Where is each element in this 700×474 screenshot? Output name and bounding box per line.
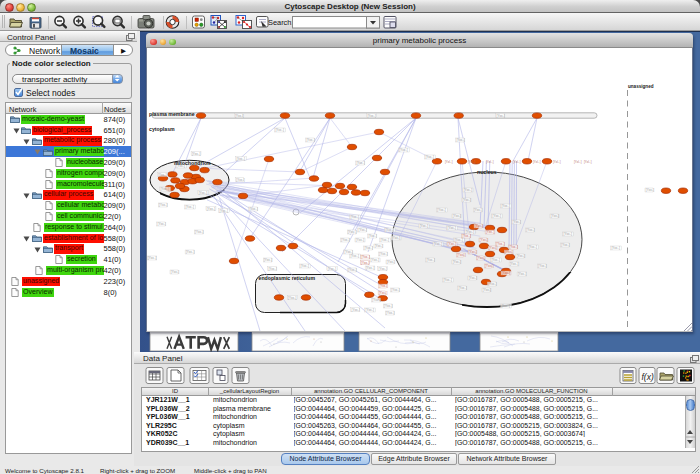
svg-text:[Yxx..]: [Yxx..] [300, 264, 309, 268]
svg-text:[Yxx..]: [Yxx..] [528, 245, 537, 249]
svg-text:[Yxl..]: [Yxl..] [445, 160, 453, 164]
svg-text:[Yxx..]: [Yxx..] [288, 296, 297, 300]
svg-text:[Yxx..]: [Yxx..] [646, 188, 655, 192]
svg-text:[Yxx..]: [Yxx..] [366, 266, 375, 270]
svg-text:[Yxx..]: [Yxx..] [276, 128, 285, 132]
svg-text:[Yxx..]: [Yxx..] [361, 261, 370, 265]
svg-text:[Yxx..]: [Yxx..] [264, 258, 273, 262]
svg-text:[Yxx..]: [Yxx..] [386, 228, 395, 232]
svg-text:[Yxx..]: [Yxx..] [486, 230, 495, 234]
svg-text:[Yxx..]: [Yxx..] [379, 291, 388, 295]
svg-text:[Yxx..]: [Yxx..] [348, 268, 357, 272]
svg-text:[Yxx..]: [Yxx..] [453, 260, 462, 264]
svg-text:[Yxx..]: [Yxx..] [192, 152, 201, 156]
svg-text:[Yxx..]: [Yxx..] [517, 254, 526, 258]
svg-text:[Yxx..]: [Yxx..] [483, 288, 492, 292]
svg-text:[Yxx..]: [Yxx..] [328, 267, 337, 271]
svg-text:[Yxx..]: [Yxx..] [456, 138, 465, 142]
svg-text:[Yxl..]: [Yxl..] [468, 160, 476, 164]
svg-text:[Yxx..]: [Yxx..] [367, 114, 376, 118]
svg-text:[Yxx..]: [Yxx..] [365, 246, 374, 250]
svg-text:[Yxx..]: [Yxx..] [356, 238, 365, 242]
svg-text:[Yxx..]: [Yxx..] [159, 203, 168, 207]
svg-text:[Yxx..]: [Yxx..] [464, 188, 473, 192]
svg-text:[Yxx..]: [Yxx..] [480, 238, 489, 242]
svg-text:[Yxx..]: [Yxx..] [502, 204, 511, 208]
svg-text:[Yxx..]: [Yxx..] [160, 187, 169, 191]
svg-text:[Yxx..]: [Yxx..] [551, 214, 560, 218]
svg-text:[Yxx..]: [Yxx..] [361, 255, 370, 259]
svg-text:[Yxl..]: [Yxl..] [486, 160, 494, 164]
svg-text:[Yxx..]: [Yxx..] [307, 138, 316, 142]
svg-text:[Yxx..]: [Yxx..] [457, 253, 466, 257]
svg-text:[Yxx..]: [Yxx..] [437, 208, 446, 212]
svg-text:[Yxx..]: [Yxx..] [459, 286, 468, 290]
svg-text:[Yxx..]: [Yxx..] [611, 246, 620, 250]
svg-text:[Yxx..]: [Yxx..] [379, 252, 388, 256]
svg-text:mitochondrion: mitochondrion [174, 160, 210, 166]
svg-text:[Yxx..]: [Yxx..] [561, 243, 570, 247]
svg-text:cytoplasm: cytoplasm [149, 126, 175, 132]
svg-text:[Yxx..]: [Yxx..] [350, 215, 359, 219]
svg-text:[Yxx..]: [Yxx..] [502, 271, 511, 275]
svg-text:[Yxx..]: [Yxx..] [372, 298, 381, 302]
svg-text:[Yxx..]: [Yxx..] [443, 278, 452, 282]
svg-text:[Yxx..]: [Yxx..] [158, 222, 167, 226]
svg-text:[Yxx..]: [Yxx..] [171, 270, 180, 274]
svg-text:[Yxx..]: [Yxx..] [235, 114, 244, 118]
svg-text:[Yxx..]: [Yxx..] [448, 226, 457, 230]
svg-text:[Yxl..]: [Yxl..] [513, 160, 521, 164]
svg-text:[Yxx..]: [Yxx..] [384, 304, 393, 308]
svg-text:[Yxx..]: [Yxx..] [359, 228, 368, 232]
svg-text:[Yxx..]: [Yxx..] [357, 161, 366, 165]
svg-text:unassigned: unassigned [628, 84, 654, 89]
svg-text:[Yxx..]: [Yxx..] [348, 230, 357, 234]
svg-text:[Yxx..]: [Yxx..] [368, 234, 377, 238]
svg-text:[Yxx..]: [Yxx..] [386, 311, 395, 315]
svg-text:[Yxx..]: [Yxx..] [489, 246, 498, 250]
svg-text:[Yxx..]: [Yxx..] [219, 209, 228, 213]
svg-text:[Yxx..]: [Yxx..] [345, 250, 354, 254]
svg-text:[Yxx..]: [Yxx..] [538, 264, 547, 268]
svg-text:[Yxx..]: [Yxx..] [453, 214, 462, 218]
svg-text:[Yxx..]: [Yxx..] [399, 148, 408, 152]
svg-text:[Yxx..]: [Yxx..] [341, 238, 350, 242]
svg-text:[Yxx..]: [Yxx..] [510, 245, 519, 249]
svg-text:[Yxx..]: [Yxx..] [207, 207, 216, 211]
svg-text:[Yxx..]: [Yxx..] [485, 264, 494, 268]
svg-text:[Yxx..]: [Yxx..] [426, 155, 435, 159]
svg-text:[Yxx..]: [Yxx..] [497, 114, 506, 118]
svg-text:[Yxx..]: [Yxx..] [391, 288, 400, 292]
svg-text:[Yxx..]: [Yxx..] [469, 276, 478, 280]
svg-text:Search:: Search: [268, 18, 293, 27]
svg-text:[Yxl..]: [Yxl..] [533, 160, 541, 164]
svg-text:[Yxx..]: [Yxx..] [268, 267, 277, 271]
svg-text:[Yxx..]: [Yxx..] [477, 256, 486, 260]
svg-text:[Yxx..]: [Yxx..] [379, 284, 388, 288]
svg-text:[Yxx..]: [Yxx..] [387, 260, 396, 264]
svg-text:[Yxx..]: [Yxx..] [185, 205, 194, 209]
svg-text:[Yxx..]: [Yxx..] [469, 250, 478, 254]
svg-text:[Yxx..]: [Yxx..] [158, 173, 167, 177]
svg-text:[Yxx..]: [Yxx..] [496, 242, 505, 246]
svg-text:[Yxx..]: [Yxx..] [474, 208, 483, 212]
svg-text:[Yxx..]: [Yxx..] [501, 304, 510, 308]
svg-text:[Yxx..]: [Yxx..] [518, 272, 527, 276]
svg-text:[Yxx..]: [Yxx..] [366, 308, 375, 312]
svg-text:[Yxx..]: [Yxx..] [492, 258, 501, 262]
svg-text:[Yxx..]: [Yxx..] [195, 230, 204, 234]
svg-text:[Yxx..]: [Yxx..] [249, 207, 258, 211]
svg-text:[Yxx..]: [Yxx..] [380, 238, 389, 242]
svg-text:[Yxx..]: [Yxx..] [392, 236, 401, 240]
svg-text:[Yxx..]: [Yxx..] [510, 262, 519, 266]
svg-text:[Yxx..]: [Yxx..] [513, 220, 522, 224]
svg-text:[Yxx..]: [Yxx..] [236, 157, 245, 161]
svg-text:[Yxl..]: [Yxl..] [553, 160, 561, 164]
svg-text:[Yxx..]: [Yxx..] [236, 178, 245, 182]
svg-text:plasma membrane: plasma membrane [149, 111, 195, 117]
svg-text:[Yxx..]: [Yxx..] [379, 267, 388, 271]
svg-text:f(x): f(x) [642, 372, 654, 382]
svg-text:[Yxx..]: [Yxx..] [352, 308, 361, 312]
svg-text:[Yxx..]: [Yxx..] [564, 232, 573, 236]
svg-text:[Yxl..]: [Yxl..] [584, 160, 592, 164]
